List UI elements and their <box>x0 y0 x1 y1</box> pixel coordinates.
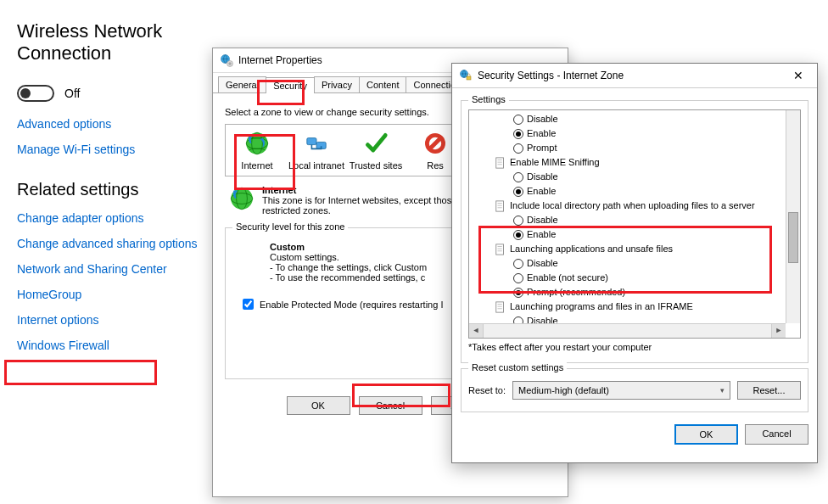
custom-line1: Custom settings. <box>270 252 339 262</box>
radio-disable[interactable] <box>513 172 523 182</box>
opt-disable3: Disable <box>527 213 558 227</box>
reset-custom-title: Reset custom settings <box>468 362 567 372</box>
svg-rect-16 <box>496 200 504 210</box>
svg-rect-15 <box>496 157 504 167</box>
vertical-scrollbar[interactable] <box>786 110 800 323</box>
radio-disable[interactable] <box>513 216 523 226</box>
tab-content[interactable]: Content <box>359 76 407 92</box>
scrollbar-thumb[interactable] <box>788 212 798 263</box>
opt-disable2: Disable <box>527 170 558 184</box>
tab-privacy[interactable]: Privacy <box>314 76 360 92</box>
dialog-security-settings: Security Settings - Internet Zone ✕ Sett… <box>451 63 818 463</box>
restart-note: *Takes effect after you restart your com… <box>468 342 801 352</box>
link-change-sharing[interactable]: Change advanced sharing options <box>17 237 229 250</box>
dialog-title-text: Internet Properties <box>238 54 322 66</box>
opt-launch-apps: Launching applications and unsafe files <box>510 242 673 256</box>
opt-mime: Enable MIME Sniffing <box>510 155 600 170</box>
radio-enable[interactable] <box>513 129 523 139</box>
opt-launch-iframe: Launching programs and files in an IFRAM… <box>510 300 693 314</box>
opt-enable3: Enable <box>527 227 556 242</box>
link-change-adapter[interactable]: Change adapter options <box>17 211 229 225</box>
dialog2-title-text: Security Settings - Internet Zone <box>478 70 624 81</box>
reset-to-select[interactable]: Medium-high (default) ▾ <box>512 381 730 400</box>
link-internet-options[interactable]: Internet options <box>17 313 229 327</box>
settings-panel: Wireless Network Connection Off Advanced… <box>17 20 229 364</box>
settings-group-title: Settings <box>468 94 509 104</box>
link-advanced-options[interactable]: Advanced options <box>17 117 229 131</box>
wifi-toggle-label: Off <box>64 87 80 100</box>
link-network-sharing-center[interactable]: Network and Sharing Center <box>17 262 229 276</box>
svg-rect-17 <box>496 244 504 254</box>
opt-disable1: Disable <box>527 112 558 126</box>
svg-rect-5 <box>307 138 316 145</box>
reset-button[interactable]: Reset... <box>737 381 801 400</box>
radio-enable[interactable] <box>513 230 523 240</box>
radio-prompt-recommended[interactable] <box>513 288 523 298</box>
prohibit-icon <box>422 130 449 157</box>
tab-security[interactable]: Security <box>266 77 315 93</box>
cancel-button[interactable]: Cancel <box>745 424 808 445</box>
close-button[interactable]: ✕ <box>786 69 810 82</box>
radio-prompt[interactable] <box>513 143 523 154</box>
globe-icon <box>228 185 255 212</box>
radio-disable[interactable] <box>513 115 523 125</box>
chevron-down-icon: ▾ <box>720 386 724 395</box>
opt-enable-ns: Enable (not secure) <box>527 271 608 285</box>
link-homegroup[interactable]: HomeGroup <box>17 288 229 301</box>
page-icon <box>495 157 506 169</box>
radio-enable[interactable] <box>513 187 523 197</box>
svg-rect-18 <box>496 301 504 311</box>
custom-line3: - To use the recommended settings, c <box>270 272 425 283</box>
svg-rect-14 <box>467 76 471 80</box>
horizontal-scrollbar[interactable]: ◄ ► <box>469 323 786 338</box>
reset-to-label: Reset to: <box>468 385 506 395</box>
security-icon <box>459 69 473 82</box>
intranet-icon <box>303 130 330 157</box>
zone-restricted-label: Res <box>427 160 444 171</box>
opt-prompt-rec: Prompt (recommended) <box>527 285 625 300</box>
ok-button[interactable]: OK <box>674 424 738 445</box>
scroll-left-button[interactable]: ◄ <box>469 324 484 339</box>
zone-local-intranet[interactable]: Local intranet <box>287 130 346 171</box>
opt-include: Include local directory path when upload… <box>510 199 755 213</box>
protected-mode-label: Enable Protected Mode (requires restarti… <box>260 300 443 310</box>
zone-intranet-label: Local intranet <box>288 160 344 171</box>
opt-enable1: Enable <box>527 126 556 141</box>
reset-to-value: Medium-high (default) <box>518 385 609 395</box>
radio-enable-not-secure[interactable] <box>513 273 523 283</box>
protected-mode-checkbox[interactable] <box>243 299 254 310</box>
page-title: Wireless Network Connection <box>17 20 229 64</box>
scroll-right-button[interactable]: ► <box>771 324 786 339</box>
reset-custom-group: Reset custom settings Reset to: Medium-h… <box>461 368 808 412</box>
ok-button[interactable]: OK <box>287 396 350 415</box>
zone-internet-label: Internet <box>241 160 272 171</box>
zone-trusted-label: Trusted sites <box>350 160 403 171</box>
tab-general[interactable]: General <box>218 76 266 92</box>
custom-line2: - To change the settings, click Custom <box>270 262 427 272</box>
radio-disable[interactable] <box>513 259 523 269</box>
page-icon <box>495 301 506 313</box>
zone-trusted-sites[interactable]: Trusted sites <box>346 130 406 171</box>
settings-tree[interactable]: Disable Enable Prompt Enable MIME Sniffi… <box>468 109 801 339</box>
related-settings-heading: Related settings <box>17 180 229 199</box>
cancel-button[interactable]: Cancel <box>359 396 422 415</box>
link-windows-firewall[interactable]: Windows Firewall <box>17 339 229 352</box>
settings-group: Settings Disable Enable Prompt Enable MI… <box>461 100 808 363</box>
opt-prompt1: Prompt <box>527 141 557 155</box>
page-icon <box>495 200 506 212</box>
wifi-toggle[interactable] <box>17 85 54 102</box>
internet-options-icon <box>220 53 233 67</box>
opt-disable4: Disable <box>527 256 558 271</box>
zone-internet[interactable]: Internet <box>227 130 287 171</box>
checkmark-icon <box>362 130 389 157</box>
globe-icon <box>243 130 271 157</box>
opt-enable2: Enable <box>527 184 556 199</box>
page-icon <box>495 244 506 255</box>
security-level-title: Security level for this zone <box>232 221 348 232</box>
link-manage-wifi[interactable]: Manage Wi-Fi settings <box>17 143 229 156</box>
